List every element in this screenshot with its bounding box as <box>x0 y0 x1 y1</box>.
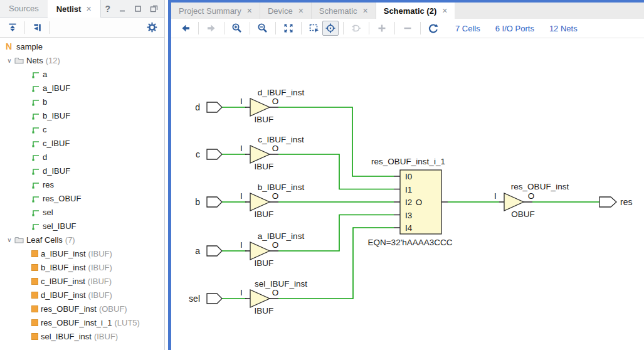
ibuf-symbol[interactable] <box>250 193 270 211</box>
pin-i-label: I <box>240 288 243 297</box>
tab-schematic-2[interactable]: Schematic (2) × <box>376 3 455 19</box>
tab-device[interactable]: Device × <box>260 3 312 19</box>
input-port-symbol[interactable] <box>207 197 222 207</box>
chevron-down-icon[interactable]: ∨ <box>5 236 14 243</box>
instance-name: a_IBUF_inst <box>258 231 305 241</box>
tree-item-cell[interactable]: d_IBUF_inst(IBUF) <box>0 288 164 302</box>
io-ports-count-link[interactable]: 6 I/O Ports <box>495 24 534 33</box>
tree-group-nets[interactable]: ∨ Nets (12) <box>0 53 164 67</box>
close-icon[interactable]: × <box>86 4 91 13</box>
zoom-out-icon[interactable] <box>255 21 271 36</box>
pin-i-label: I <box>240 240 243 250</box>
input-port-symbol[interactable] <box>207 149 222 159</box>
toolbar-separator <box>224 22 224 34</box>
tree-group-label: Leaf Cells <box>26 235 63 245</box>
cell-type: (IBUF) <box>88 277 112 286</box>
tab-label: Project Summary <box>179 6 241 16</box>
input-port-symbol[interactable] <box>207 294 222 304</box>
tree-item-net[interactable]: res <box>0 178 164 191</box>
document-tabbar: Project Summary × Device × Schematic × S… <box>171 3 644 19</box>
chevron-down-icon[interactable]: ∨ <box>5 57 14 64</box>
ibuf-symbol[interactable] <box>250 242 270 260</box>
close-icon[interactable]: × <box>247 6 252 15</box>
close-icon[interactable]: × <box>298 6 304 15</box>
tree-item-net[interactable]: c_IBUF <box>0 136 164 150</box>
plus-icon[interactable] <box>374 21 390 36</box>
output-port-res: res <box>599 197 632 207</box>
expand-selected-icon[interactable] <box>29 20 45 35</box>
cell-icon <box>31 292 38 299</box>
forward-icon[interactable] <box>203 21 219 36</box>
tree-item-label: res_OBUF <box>43 194 81 203</box>
cell-icon <box>31 264 38 271</box>
tree-item-cell[interactable]: c_IBUF_inst(IBUF) <box>0 274 164 288</box>
tab-netlist[interactable]: Netlist × <box>48 0 101 18</box>
ibuf-symbol[interactable] <box>250 290 270 307</box>
maximize-icon[interactable] <box>134 5 142 13</box>
netlist-tree: N sample ∨ Nets (12) a a_IBUF b b_IBUF c… <box>0 38 164 343</box>
minimize-icon[interactable] <box>119 5 126 13</box>
pin-o-label: O <box>416 198 423 207</box>
left-tabbar: Sources Netlist × ? <box>0 0 164 18</box>
minus-icon[interactable] <box>399 21 416 36</box>
toolbar-separator <box>369 22 369 34</box>
close-icon[interactable]: × <box>363 6 368 15</box>
back-icon[interactable] <box>177 21 194 36</box>
output-port-symbol[interactable] <box>599 197 616 207</box>
toolbar-separator <box>420 22 421 34</box>
nets-count-link[interactable]: 12 Nets <box>549 24 578 33</box>
tree-item-net[interactable]: res_OBUF <box>0 191 164 205</box>
pin-o-label: O <box>272 144 279 153</box>
tree-item-net[interactable]: sel_IBUF <box>0 219 164 233</box>
tree-item-label: b <box>43 97 47 107</box>
netlist-panel: Sources Netlist × ? <box>0 0 165 350</box>
schematic-canvas[interactable]: d I O d_IBUF_inst IBUF c I <box>174 41 644 350</box>
tree-item-cell[interactable]: sel_IBUF_inst(IBUF) <box>0 329 164 343</box>
settings-gear-icon[interactable] <box>144 20 159 35</box>
autofit-selection-icon[interactable] <box>322 21 339 36</box>
netlist-root-icon: N <box>4 41 14 51</box>
tab-sources[interactable]: Sources <box>0 0 48 17</box>
instance-name: b_IBUF_inst <box>258 183 305 192</box>
tree-item-net[interactable]: c <box>0 122 164 136</box>
input-port-symbol[interactable] <box>207 246 222 256</box>
ibuf-symbol[interactable] <box>250 146 270 163</box>
tree-item-label: sel <box>43 208 53 217</box>
refresh-icon[interactable] <box>425 21 441 36</box>
close-icon[interactable]: × <box>442 6 447 15</box>
tree-item-label: c_IBUF_inst <box>41 277 85 286</box>
tree-item-net[interactable]: d_IBUF <box>0 164 164 178</box>
tree-item-cell[interactable]: res_OBUF_inst(OBUF) <box>0 302 164 316</box>
tree-item-cell[interactable]: b_IBUF_inst(IBUF) <box>0 260 164 274</box>
tree-group-leaf-cells[interactable]: ∨ Leaf Cells (7) <box>0 233 164 247</box>
tree-item-net[interactable]: b_IBUF <box>0 109 164 122</box>
tree-item-net[interactable]: b <box>0 95 164 109</box>
tab-project-summary[interactable]: Project Summary × <box>171 3 260 19</box>
net-icon <box>30 207 40 217</box>
zoom-fit-icon[interactable] <box>280 21 297 36</box>
cells-count-link[interactable]: 7 Cells <box>455 24 480 33</box>
zoom-in-icon[interactable] <box>229 21 245 36</box>
input-port-symbol[interactable] <box>207 102 222 112</box>
help-icon[interactable]: ? <box>105 4 110 14</box>
tree-item-net[interactable]: sel <box>0 205 164 219</box>
tree-item-net[interactable]: a <box>0 67 164 81</box>
net-icon <box>30 166 40 176</box>
tree-item-net[interactable]: a_IBUF <box>0 81 164 95</box>
float-icon[interactable] <box>150 5 158 13</box>
tab-schematic[interactable]: Schematic × <box>312 3 376 19</box>
zoom-to-selection-icon[interactable] <box>306 21 322 36</box>
schematic-window: Project Summary × Device × Schematic × S… <box>168 0 644 350</box>
ibuf-symbol[interactable] <box>250 98 270 116</box>
tree-root-label: sample <box>16 42 43 51</box>
tree-item-cell[interactable]: a_IBUF_inst(IBUF) <box>0 247 164 260</box>
collapse-all-icon[interactable] <box>5 20 20 35</box>
obuf-symbol[interactable] <box>504 193 524 211</box>
tree-root[interactable]: N sample <box>0 40 164 53</box>
net-icon <box>30 69 40 79</box>
tree-item-cell[interactable]: res_OBUF_inst_i_1(LUT5) <box>0 316 164 329</box>
pin-label: I1 <box>405 185 412 194</box>
pin-i-label: I <box>240 144 243 153</box>
add-cell-icon[interactable] <box>348 21 364 36</box>
tree-item-net[interactable]: d <box>0 150 164 164</box>
